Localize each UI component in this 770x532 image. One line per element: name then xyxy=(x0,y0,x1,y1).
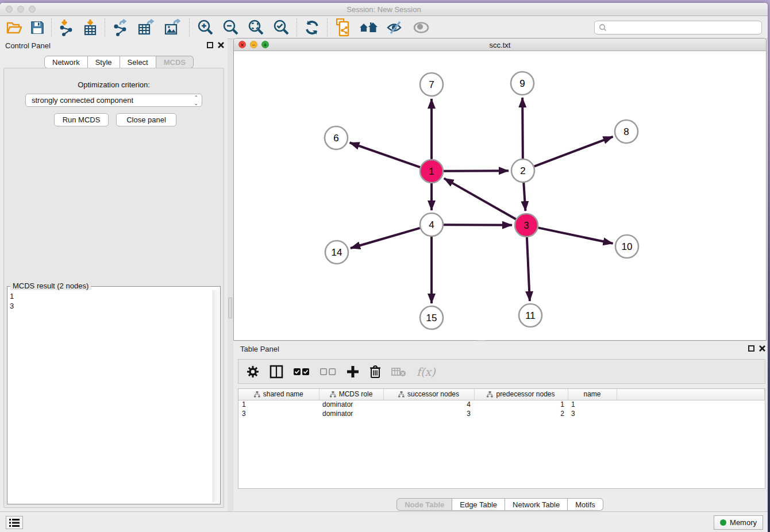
network-view-window: × − + scc.txt 7968124314101511 xyxy=(233,38,767,341)
close-panel-icon[interactable] xyxy=(217,41,225,49)
import-table-button[interactable] xyxy=(79,18,102,37)
graph-node-2[interactable]: 2 xyxy=(511,159,534,182)
delete-column-button[interactable] xyxy=(369,365,381,379)
memory-button[interactable]: Memory xyxy=(714,515,763,530)
close-panel-button[interactable]: Close panel xyxy=(116,113,176,126)
zoom-out-icon xyxy=(222,19,239,36)
copy-network-icon xyxy=(334,18,351,37)
hide-selected-button[interactable] xyxy=(382,18,409,37)
zoom-in-icon xyxy=(197,19,214,36)
graph-edge-3-10[interactable] xyxy=(538,228,613,243)
new-network-from-selection-button[interactable] xyxy=(330,18,355,37)
export-table-button[interactable] xyxy=(133,18,160,37)
control-panel-header: Control Panel xyxy=(0,38,228,53)
graph-edge-1-2[interactable] xyxy=(444,171,509,171)
tab-edge-table[interactable]: Edge Table xyxy=(452,498,505,511)
table-row[interactable]: 3dominator323 xyxy=(238,409,765,418)
export-network-button[interactable] xyxy=(108,18,133,37)
graph-edge-2-3[interactable] xyxy=(523,183,525,211)
search-field[interactable] xyxy=(594,21,762,34)
graph-edge-3-1[interactable] xyxy=(444,178,516,219)
svg-text:10: 10 xyxy=(622,241,633,252)
graph-edge-2-9[interactable] xyxy=(522,98,523,159)
search-input[interactable] xyxy=(607,24,761,32)
save-session-button[interactable] xyxy=(26,18,48,37)
houses-icon xyxy=(359,20,378,35)
table-panel-title: Table Panel xyxy=(240,345,279,353)
tab-network-table[interactable]: Network Table xyxy=(505,498,568,511)
tab-mcds[interactable]: MCDS xyxy=(156,56,194,68)
mcds-result-box: MCDS result (2 nodes) 1 3 xyxy=(7,286,221,504)
vertical-splitter-handle[interactable] xyxy=(228,298,232,318)
graph-node-11[interactable]: 11 xyxy=(519,304,542,327)
close-table-panel-icon[interactable] xyxy=(759,345,766,352)
zoom-out-button[interactable] xyxy=(218,18,243,37)
graph-node-9[interactable]: 9 xyxy=(511,72,534,95)
delete-table-button[interactable] xyxy=(391,367,406,377)
graph-node-15[interactable]: 15 xyxy=(420,306,443,329)
graph-node-3[interactable]: 3 xyxy=(515,214,538,237)
table-row[interactable]: 1dominator411 xyxy=(238,400,765,409)
svg-text:2: 2 xyxy=(520,165,525,176)
status-bar: Memory xyxy=(0,511,768,532)
main-window: Session: New Session xyxy=(0,3,768,532)
float-table-panel-icon[interactable] xyxy=(748,345,754,352)
tab-node-table[interactable]: Node Table xyxy=(396,498,452,511)
table-settings-button[interactable] xyxy=(247,365,259,378)
graph-node-14[interactable]: 14 xyxy=(325,241,348,264)
task-history-button[interactable] xyxy=(6,516,23,529)
tab-style[interactable]: Style xyxy=(88,56,120,68)
select-all-columns-button[interactable] xyxy=(294,368,310,376)
graph-node-10[interactable]: 10 xyxy=(615,235,638,258)
network-canvas[interactable]: 7968124314101511 xyxy=(234,51,766,340)
export-image-icon xyxy=(164,19,182,36)
result-scrollbar[interactable] xyxy=(213,290,219,502)
unselect-all-columns-button[interactable] xyxy=(320,368,336,376)
graph-node-8[interactable]: 8 xyxy=(615,120,638,143)
control-panel-title: Control Panel xyxy=(5,41,51,50)
network-window-titlebar[interactable]: × − + scc.txt xyxy=(234,38,766,51)
graph-edge-4-14[interactable] xyxy=(351,228,420,248)
column-header[interactable]: MCDS role xyxy=(319,389,383,400)
zoom-selected-icon xyxy=(272,19,290,36)
create-column-button[interactable] xyxy=(346,365,359,378)
network-window-title: scc.txt xyxy=(234,41,766,49)
graph-node-4[interactable]: 4 xyxy=(420,213,443,236)
column-header[interactable]: predecessor nodes xyxy=(474,389,568,400)
tab-motifs[interactable]: Motifs xyxy=(568,498,603,511)
graph-edge-1-6[interactable] xyxy=(350,142,421,167)
tab-network[interactable]: Network xyxy=(44,56,88,68)
show-columns-button[interactable] xyxy=(270,365,283,379)
graph-edge-2-8[interactable] xyxy=(534,137,613,167)
memory-label: Memory xyxy=(730,518,757,527)
graph-edge-3-11[interactable] xyxy=(527,237,530,301)
open-session-button[interactable] xyxy=(2,18,26,37)
float-panel-icon[interactable] xyxy=(207,42,213,48)
criterion-value: strongly connected component xyxy=(32,96,133,105)
graph-node-7[interactable]: 7 xyxy=(420,73,443,96)
optimization-criterion-label: Optimization criterion: xyxy=(0,80,228,89)
tab-select[interactable]: Select xyxy=(120,56,156,68)
zoom-selected-button[interactable] xyxy=(268,18,294,37)
criterion-select[interactable]: strongly connected component ⌃⌄ xyxy=(25,94,202,107)
column-header-filler xyxy=(617,389,765,400)
hierarchy-icon xyxy=(254,391,260,398)
graph-edge-4-3[interactable] xyxy=(444,225,512,225)
zoom-in-button[interactable] xyxy=(192,18,218,37)
column-header[interactable]: shared name xyxy=(238,389,319,400)
graph-node-1[interactable]: 1 xyxy=(420,160,443,183)
column-header[interactable]: successor nodes xyxy=(383,389,474,400)
import-network-button[interactable] xyxy=(55,18,79,37)
zoom-fit-button[interactable] xyxy=(243,18,268,37)
mcds-result-list[interactable]: 1 3 xyxy=(10,291,14,311)
column-header[interactable]: name xyxy=(568,389,617,400)
refresh-layout-button[interactable] xyxy=(300,18,324,37)
function-builder-button[interactable]: f(x) xyxy=(417,365,436,378)
run-mcds-button[interactable]: Run MCDS xyxy=(54,113,109,126)
svg-text:1: 1 xyxy=(429,166,434,177)
show-all-button[interactable] xyxy=(409,18,434,37)
export-image-button[interactable] xyxy=(160,18,186,37)
first-neighbors-button[interactable] xyxy=(355,18,382,37)
graph-node-6[interactable]: 6 xyxy=(325,126,348,149)
import-network-icon xyxy=(59,19,75,36)
